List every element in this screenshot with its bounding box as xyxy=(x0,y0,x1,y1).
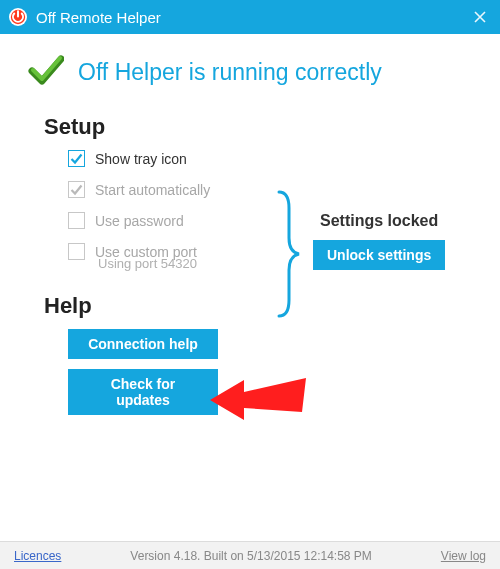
option-tray[interactable]: Show tray icon xyxy=(68,150,210,167)
section-help-title: Help xyxy=(44,293,472,319)
option-password: Use password xyxy=(68,212,210,229)
check-icon xyxy=(28,52,64,92)
option-port: Use custom port xyxy=(68,243,210,260)
option-label: Start automatically xyxy=(95,182,210,198)
section-setup-title: Setup xyxy=(44,114,472,140)
checkbox-icon xyxy=(68,181,85,198)
options-list: Show tray icon Start automatically Use p… xyxy=(68,150,210,260)
close-icon[interactable] xyxy=(468,5,492,29)
viewlog-link[interactable]: View log xyxy=(441,549,486,563)
title-bar: Off Remote Helper xyxy=(0,0,500,34)
checkbox-icon xyxy=(68,150,85,167)
app-icon xyxy=(8,7,28,27)
status-row: Off Helper is running correctly xyxy=(28,52,472,92)
setup-area: Show tray icon Start automatically Use p… xyxy=(28,150,472,260)
unlock-settings-button[interactable]: Unlock settings xyxy=(313,240,445,270)
locked-panel: Settings locked Unlock settings xyxy=(313,212,445,270)
status-message: Off Helper is running correctly xyxy=(78,59,382,86)
brace-icon xyxy=(273,188,301,320)
option-auto: Start automatically xyxy=(68,181,210,198)
checkbox-icon xyxy=(68,243,85,260)
checkbox-icon xyxy=(68,212,85,229)
licences-link[interactable]: Licences xyxy=(14,549,61,563)
footer: Licences Version 4.18. Built on 5/13/201… xyxy=(0,541,500,569)
version-text: Version 4.18. Built on 5/13/2015 12:14:5… xyxy=(61,549,440,563)
connection-help-button[interactable]: Connection help xyxy=(68,329,218,359)
locked-title: Settings locked xyxy=(320,212,438,230)
window-title: Off Remote Helper xyxy=(36,9,468,26)
check-updates-button[interactable]: Check for updates xyxy=(68,369,218,415)
option-label: Use custom port xyxy=(95,244,197,260)
option-label: Use password xyxy=(95,213,184,229)
option-label: Show tray icon xyxy=(95,151,187,167)
help-buttons: Connection help Check for updates xyxy=(68,329,472,415)
